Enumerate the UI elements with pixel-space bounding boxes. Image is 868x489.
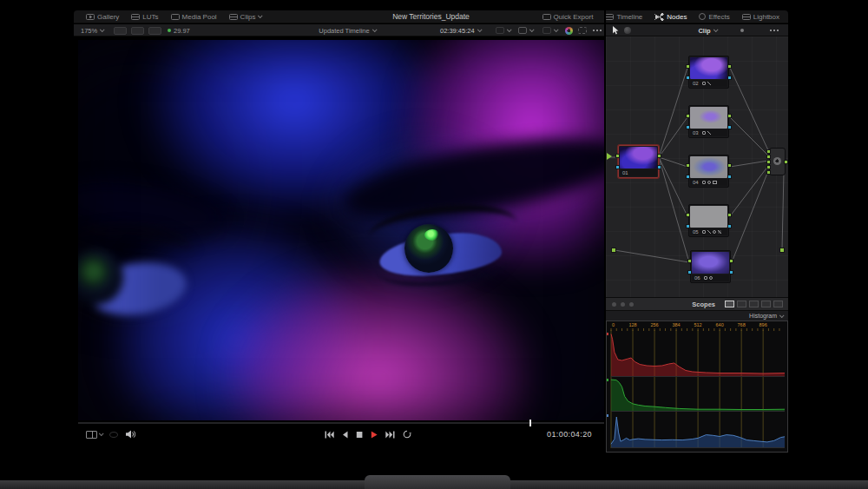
node-key-input-dot[interactable] — [686, 125, 690, 129]
color-wheel-icon — [565, 27, 573, 35]
loop-button[interactable] — [403, 430, 411, 439]
timeline-selector[interactable]: Updated Timeline — [295, 24, 399, 36]
play-button[interactable] — [371, 431, 378, 439]
clips-button[interactable]: Clips — [224, 12, 267, 22]
grade-wheel-button[interactable] — [565, 24, 573, 36]
svg-text:384: 384 — [672, 322, 680, 327]
gang-viewer-dropdown[interactable] — [518, 24, 533, 36]
output-input-dot[interactable] — [766, 160, 771, 164]
node-key-input-dot[interactable] — [686, 175, 690, 179]
luts-button[interactable]: LUTs — [126, 12, 163, 22]
clips-icon — [229, 14, 238, 20]
node-input-dot[interactable] — [686, 213, 690, 217]
toggle-c-button[interactable] — [148, 27, 161, 35]
lightbox-button[interactable]: Lightbox — [737, 12, 785, 22]
node-input-dot[interactable] — [686, 114, 690, 118]
node-key-output-dot[interactable] — [727, 175, 732, 179]
viewer-timecode-selector[interactable]: 02:39:45:24 — [440, 24, 481, 36]
skip-back-button[interactable] — [325, 431, 334, 439]
single-view-icon[interactable] — [725, 301, 734, 307]
node-output-dot[interactable] — [727, 163, 732, 168]
grid-view-icon[interactable] — [773, 301, 783, 307]
nodes-icon — [654, 13, 664, 21]
chevron-down-icon — [713, 27, 718, 32]
node-key-output-dot[interactable] — [727, 224, 732, 228]
node-06-thumbnail — [692, 252, 729, 274]
node-03[interactable]: 03 — [688, 105, 729, 138]
four-up-icon[interactable] — [761, 301, 771, 307]
chevron-down-icon — [372, 27, 378, 32]
node-key-input-dot[interactable] — [687, 270, 692, 274]
camera-dropdown[interactable] — [496, 24, 510, 36]
node-key-input-dot[interactable] — [686, 76, 690, 80]
output-output-dot[interactable] — [784, 160, 788, 164]
clip-icon — [713, 181, 717, 184]
lock-icon — [702, 82, 706, 85]
quick-export-button[interactable]: Quick Export — [537, 12, 599, 22]
output-input-dot[interactable] — [766, 170, 771, 175]
bypass-dropdown[interactable] — [542, 24, 557, 36]
scope-mode: Histogram — [749, 313, 777, 319]
scope-mode-selector[interactable]: Histogram — [606, 310, 788, 320]
expand-viewer-button[interactable] — [578, 24, 587, 36]
graph-mode-selector[interactable]: Clip — [681, 24, 733, 36]
cursor-tool-button[interactable] — [612, 24, 619, 36]
node-06[interactable]: 06 — [690, 250, 731, 283]
node-output-dot[interactable] — [729, 259, 733, 263]
output-wheel-icon — [773, 157, 781, 165]
node-output-dot[interactable] — [727, 213, 732, 217]
graph-options-button[interactable] — [770, 24, 779, 36]
viewer-layout-button[interactable] — [86, 431, 102, 439]
node-output-dot[interactable] — [727, 64, 732, 69]
node-input-dot[interactable] — [615, 154, 620, 158]
timeline-button[interactable]: Timeline — [600, 12, 648, 22]
stop-button[interactable] — [356, 431, 363, 439]
effects-button[interactable]: Effects — [694, 12, 734, 22]
two-wide-icon[interactable] — [749, 301, 759, 307]
viewer-scrub-bar[interactable] — [78, 422, 605, 424]
timeline-label: Timeline — [616, 13, 642, 21]
output-input-dot[interactable] — [766, 155, 771, 159]
node-key-input-dot[interactable] — [615, 165, 620, 169]
toggle-b-button[interactable] — [131, 27, 144, 35]
audio-mute-button[interactable] — [125, 430, 135, 439]
scopes-title: Scopes — [606, 301, 715, 308]
node-input-dot[interactable] — [686, 64, 690, 69]
output-input-dot[interactable] — [766, 149, 771, 154]
highlight-button[interactable] — [740, 24, 744, 36]
toolbar-right-group: Quick Export Timeline Nodes Effects Ligh… — [537, 12, 785, 22]
node-04-thumbnail — [690, 156, 727, 178]
node-02[interactable]: 02 — [688, 56, 729, 89]
trackball-button[interactable] — [624, 24, 631, 36]
two-up-icon[interactable] — [737, 301, 746, 307]
node-output-dot[interactable] — [727, 114, 732, 118]
quick-export-label: Quick Export — [554, 13, 594, 21]
node-key-input-dot[interactable] — [686, 224, 690, 228]
viewer-options-button[interactable] — [593, 24, 602, 36]
node-key-output-dot[interactable] — [729, 270, 733, 274]
image-wipe-icon[interactable] — [109, 432, 118, 438]
node-graph[interactable]: 01 02 03 — [606, 36, 788, 297]
node-01[interactable]: 01 — [618, 145, 659, 178]
node-05-thumbnail — [690, 206, 727, 228]
node-04[interactable]: 04 — [688, 155, 729, 188]
node-output-dot[interactable] — [657, 154, 661, 158]
node-input-dot[interactable] — [686, 163, 690, 168]
graph-mode: Clip — [698, 27, 710, 35]
toggle-a-button[interactable] — [114, 27, 127, 35]
output-node[interactable] — [769, 148, 786, 175]
node-input-dot[interactable] — [687, 259, 692, 263]
output-input-dot[interactable] — [766, 165, 771, 169]
node-05[interactable]: 05 — [688, 204, 729, 237]
step-back-button[interactable] — [342, 431, 348, 439]
node-key-output-dot[interactable] — [727, 76, 732, 80]
gallery-button[interactable]: Gallery — [81, 12, 124, 22]
viewer-image[interactable] — [78, 40, 605, 420]
nodes-button[interactable]: Nodes — [649, 12, 692, 22]
skip-forward-button[interactable] — [385, 431, 395, 439]
image-vignette — [78, 40, 605, 420]
zoom-selector[interactable]: 175% — [81, 24, 103, 36]
media-pool-button[interactable]: Media Pool — [166, 12, 222, 22]
node-key-output-dot[interactable] — [727, 125, 732, 129]
node-key-output-dot[interactable] — [657, 165, 661, 169]
